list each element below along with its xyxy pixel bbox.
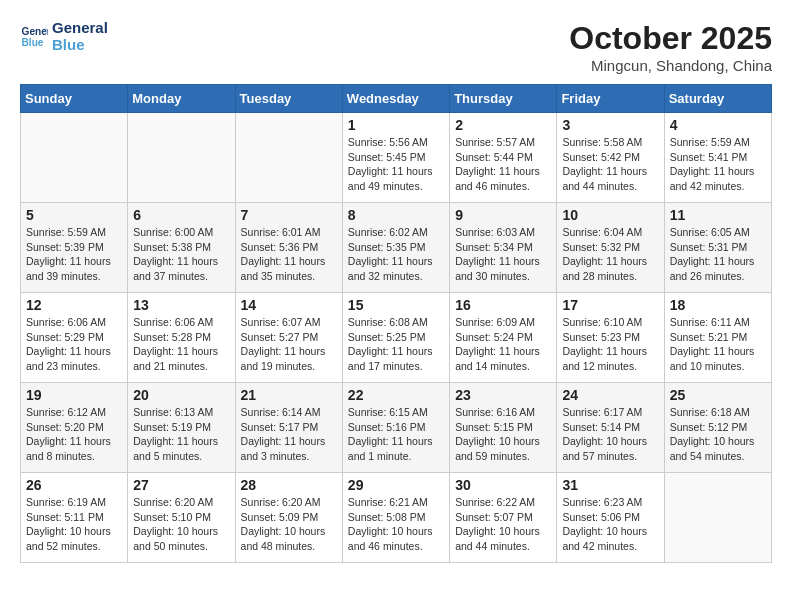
day-number: 28: [241, 477, 337, 493]
day-info: Sunrise: 6:22 AM Sunset: 5:07 PM Dayligh…: [455, 495, 551, 554]
day-number: 23: [455, 387, 551, 403]
day-info: Sunrise: 6:09 AM Sunset: 5:24 PM Dayligh…: [455, 315, 551, 374]
calendar-cell: 7Sunrise: 6:01 AM Sunset: 5:36 PM Daylig…: [235, 203, 342, 293]
day-info: Sunrise: 6:14 AM Sunset: 5:17 PM Dayligh…: [241, 405, 337, 464]
calendar-cell: 20Sunrise: 6:13 AM Sunset: 5:19 PM Dayli…: [128, 383, 235, 473]
calendar-cell: 14Sunrise: 6:07 AM Sunset: 5:27 PM Dayli…: [235, 293, 342, 383]
day-info: Sunrise: 6:19 AM Sunset: 5:11 PM Dayligh…: [26, 495, 122, 554]
calendar-cell: 17Sunrise: 6:10 AM Sunset: 5:23 PM Dayli…: [557, 293, 664, 383]
day-info: Sunrise: 6:15 AM Sunset: 5:16 PM Dayligh…: [348, 405, 444, 464]
day-info: Sunrise: 6:13 AM Sunset: 5:19 PM Dayligh…: [133, 405, 229, 464]
day-number: 25: [670, 387, 766, 403]
day-number: 27: [133, 477, 229, 493]
day-number: 1: [348, 117, 444, 133]
day-number: 22: [348, 387, 444, 403]
day-number: 5: [26, 207, 122, 223]
calendar-cell: 3Sunrise: 5:58 AM Sunset: 5:42 PM Daylig…: [557, 113, 664, 203]
week-row-5: 26Sunrise: 6:19 AM Sunset: 5:11 PM Dayli…: [21, 473, 772, 563]
calendar-cell: [664, 473, 771, 563]
day-info: Sunrise: 6:07 AM Sunset: 5:27 PM Dayligh…: [241, 315, 337, 374]
calendar-cell: 22Sunrise: 6:15 AM Sunset: 5:16 PM Dayli…: [342, 383, 449, 473]
day-number: 30: [455, 477, 551, 493]
logo-general: General: [52, 20, 108, 37]
day-info: Sunrise: 6:02 AM Sunset: 5:35 PM Dayligh…: [348, 225, 444, 284]
day-number: 10: [562, 207, 658, 223]
day-info: Sunrise: 6:06 AM Sunset: 5:28 PM Dayligh…: [133, 315, 229, 374]
calendar-cell: 12Sunrise: 6:06 AM Sunset: 5:29 PM Dayli…: [21, 293, 128, 383]
calendar-cell: 11Sunrise: 6:05 AM Sunset: 5:31 PM Dayli…: [664, 203, 771, 293]
day-number: 20: [133, 387, 229, 403]
day-info: Sunrise: 6:18 AM Sunset: 5:12 PM Dayligh…: [670, 405, 766, 464]
day-number: 3: [562, 117, 658, 133]
weekday-header-wednesday: Wednesday: [342, 85, 449, 113]
title-area: October 2025 Mingcun, Shandong, China: [569, 20, 772, 74]
calendar-cell: 1Sunrise: 5:56 AM Sunset: 5:45 PM Daylig…: [342, 113, 449, 203]
day-number: 12: [26, 297, 122, 313]
day-number: 18: [670, 297, 766, 313]
weekday-header-monday: Monday: [128, 85, 235, 113]
day-number: 15: [348, 297, 444, 313]
day-number: 26: [26, 477, 122, 493]
location-subtitle: Mingcun, Shandong, China: [569, 57, 772, 74]
calendar-cell: 28Sunrise: 6:20 AM Sunset: 5:09 PM Dayli…: [235, 473, 342, 563]
day-number: 13: [133, 297, 229, 313]
calendar-cell: 5Sunrise: 5:59 AM Sunset: 5:39 PM Daylig…: [21, 203, 128, 293]
day-info: Sunrise: 6:11 AM Sunset: 5:21 PM Dayligh…: [670, 315, 766, 374]
calendar-body: 1Sunrise: 5:56 AM Sunset: 5:45 PM Daylig…: [21, 113, 772, 563]
day-info: Sunrise: 6:17 AM Sunset: 5:14 PM Dayligh…: [562, 405, 658, 464]
calendar-cell: 31Sunrise: 6:23 AM Sunset: 5:06 PM Dayli…: [557, 473, 664, 563]
calendar-cell: 18Sunrise: 6:11 AM Sunset: 5:21 PM Dayli…: [664, 293, 771, 383]
calendar-cell: 13Sunrise: 6:06 AM Sunset: 5:28 PM Dayli…: [128, 293, 235, 383]
week-row-3: 12Sunrise: 6:06 AM Sunset: 5:29 PM Dayli…: [21, 293, 772, 383]
day-number: 7: [241, 207, 337, 223]
day-info: Sunrise: 6:20 AM Sunset: 5:09 PM Dayligh…: [241, 495, 337, 554]
day-info: Sunrise: 6:08 AM Sunset: 5:25 PM Dayligh…: [348, 315, 444, 374]
calendar-cell: 9Sunrise: 6:03 AM Sunset: 5:34 PM Daylig…: [450, 203, 557, 293]
calendar-cell: 6Sunrise: 6:00 AM Sunset: 5:38 PM Daylig…: [128, 203, 235, 293]
day-info: Sunrise: 6:21 AM Sunset: 5:08 PM Dayligh…: [348, 495, 444, 554]
day-info: Sunrise: 6:01 AM Sunset: 5:36 PM Dayligh…: [241, 225, 337, 284]
day-info: Sunrise: 6:10 AM Sunset: 5:23 PM Dayligh…: [562, 315, 658, 374]
day-info: Sunrise: 6:05 AM Sunset: 5:31 PM Dayligh…: [670, 225, 766, 284]
day-info: Sunrise: 6:16 AM Sunset: 5:15 PM Dayligh…: [455, 405, 551, 464]
header: General Blue General Blue October 2025 M…: [20, 20, 772, 74]
calendar-cell: 21Sunrise: 6:14 AM Sunset: 5:17 PM Dayli…: [235, 383, 342, 473]
calendar-cell: 16Sunrise: 6:09 AM Sunset: 5:24 PM Dayli…: [450, 293, 557, 383]
day-number: 16: [455, 297, 551, 313]
calendar-cell: [21, 113, 128, 203]
weekday-header-tuesday: Tuesday: [235, 85, 342, 113]
calendar-cell: 8Sunrise: 6:02 AM Sunset: 5:35 PM Daylig…: [342, 203, 449, 293]
calendar-cell: 25Sunrise: 6:18 AM Sunset: 5:12 PM Dayli…: [664, 383, 771, 473]
day-number: 11: [670, 207, 766, 223]
day-number: 9: [455, 207, 551, 223]
day-info: Sunrise: 6:03 AM Sunset: 5:34 PM Dayligh…: [455, 225, 551, 284]
weekday-header-friday: Friday: [557, 85, 664, 113]
day-info: Sunrise: 5:56 AM Sunset: 5:45 PM Dayligh…: [348, 135, 444, 194]
calendar-cell: 15Sunrise: 6:08 AM Sunset: 5:25 PM Dayli…: [342, 293, 449, 383]
week-row-1: 1Sunrise: 5:56 AM Sunset: 5:45 PM Daylig…: [21, 113, 772, 203]
day-number: 4: [670, 117, 766, 133]
svg-text:Blue: Blue: [22, 37, 44, 48]
day-number: 2: [455, 117, 551, 133]
calendar-cell: [128, 113, 235, 203]
calendar-cell: 2Sunrise: 5:57 AM Sunset: 5:44 PM Daylig…: [450, 113, 557, 203]
day-number: 17: [562, 297, 658, 313]
day-info: Sunrise: 5:59 AM Sunset: 5:41 PM Dayligh…: [670, 135, 766, 194]
weekday-header-row: SundayMondayTuesdayWednesdayThursdayFrid…: [21, 85, 772, 113]
day-info: Sunrise: 5:58 AM Sunset: 5:42 PM Dayligh…: [562, 135, 658, 194]
day-number: 19: [26, 387, 122, 403]
day-info: Sunrise: 6:00 AM Sunset: 5:38 PM Dayligh…: [133, 225, 229, 284]
day-number: 21: [241, 387, 337, 403]
logo-blue: Blue: [52, 37, 108, 54]
calendar: SundayMondayTuesdayWednesdayThursdayFrid…: [20, 84, 772, 563]
day-info: Sunrise: 6:06 AM Sunset: 5:29 PM Dayligh…: [26, 315, 122, 374]
weekday-header-sunday: Sunday: [21, 85, 128, 113]
calendar-cell: 10Sunrise: 6:04 AM Sunset: 5:32 PM Dayli…: [557, 203, 664, 293]
calendar-cell: 27Sunrise: 6:20 AM Sunset: 5:10 PM Dayli…: [128, 473, 235, 563]
day-number: 24: [562, 387, 658, 403]
day-info: Sunrise: 5:59 AM Sunset: 5:39 PM Dayligh…: [26, 225, 122, 284]
weekday-header-thursday: Thursday: [450, 85, 557, 113]
day-number: 6: [133, 207, 229, 223]
calendar-cell: 23Sunrise: 6:16 AM Sunset: 5:15 PM Dayli…: [450, 383, 557, 473]
day-info: Sunrise: 5:57 AM Sunset: 5:44 PM Dayligh…: [455, 135, 551, 194]
